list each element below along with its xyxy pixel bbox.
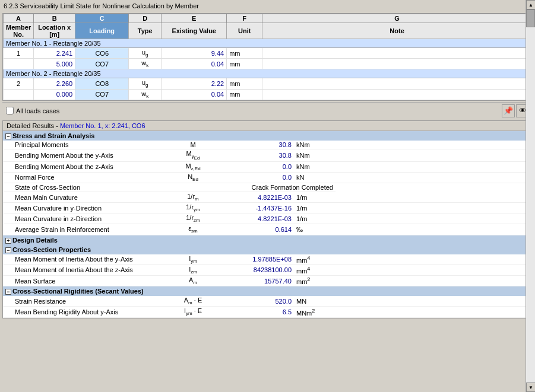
detail-row-symbol: Izm (163, 264, 223, 275)
detail-row-symbol: Iym (163, 254, 223, 265)
detail-row-unit: kN (294, 172, 335, 183)
detail-row-value: Crack Formation Completed (223, 183, 335, 192)
col-d-header: D (129, 14, 162, 23)
detail-row-note (335, 192, 532, 202)
col-b-header: B (34, 14, 75, 23)
detail-row[interactable]: Normal ForceNEd0.0kN (3, 172, 532, 183)
detail-row-value: 1.97885E+08 (223, 254, 294, 265)
detail-row-label: State of Cross-Section (3, 183, 163, 192)
expand-icon-3[interactable]: − (5, 289, 11, 295)
table-row[interactable]: 0.000CO7wk0.04mm (4, 89, 532, 100)
expand-icon-2[interactable]: − (5, 247, 11, 253)
detail-row-unit: 1/m (294, 213, 335, 224)
detail-row[interactable]: Mean Bending Rigidity About y-AxisIym · … (3, 307, 532, 317)
detail-row-symbol: εsm (163, 224, 223, 235)
section-label-0: −Stress and Strain Analysis (3, 131, 532, 141)
all-loads-checkbox[interactable] (6, 107, 14, 114)
cell-value: 0.04 (162, 89, 227, 100)
expand-icon-0[interactable]: − (5, 133, 11, 139)
col-a-header: A (4, 14, 34, 23)
detail-row-symbol: M (163, 141, 223, 149)
detail-row[interactable]: Bending Moment About the y-AxisMyEd30.8k… (3, 149, 532, 161)
detail-row-label: Mean Moment of Inertia About the y-Axis (3, 254, 163, 265)
cell-member-no: 1 (4, 48, 34, 59)
detail-row[interactable]: Mean SurfaceAm15757.40mm2 (3, 276, 532, 286)
cell-location: 5.000 (34, 59, 75, 69)
detail-row[interactable]: Average Strain in Reinforcementεsm0.614‰ (3, 224, 532, 235)
main-table: A B C D E F G Member No. Location x [m] … (3, 14, 532, 100)
cell-loading: CO7 (75, 59, 129, 69)
detail-row[interactable]: Strain ResistanceAm · E520.0MN (3, 296, 532, 307)
bottom-bar: All loads cases 📌 👁 (2, 102, 533, 119)
scrollbar[interactable]: ▲ ▼ (525, 131, 532, 318)
col-c-header: C (75, 14, 129, 23)
detail-table: −Stress and Strain AnalysisPrincipal Mom… (3, 131, 532, 318)
table-row[interactable]: 12.241CO6ug9.44mm (4, 48, 532, 59)
cell-type: wk (129, 89, 162, 100)
detail-row[interactable]: Mean Main Curvature1/rm4.8221E-031/m (3, 192, 532, 202)
group-header-0: Member No. 1 - Rectangle 20/35 (4, 39, 532, 48)
section-header-1: +Design Details (3, 235, 532, 245)
detail-row[interactable]: Mean Curvature in y-Direction1/rym-1.443… (3, 203, 532, 213)
detail-row-label: Mean Moment of Inertia About the z-Axis (3, 264, 163, 275)
col-f-header: F (227, 14, 262, 23)
group-label-1: Member No. 2 - Rectangle 20/35 (4, 69, 532, 78)
cell-location: 2.260 (34, 78, 75, 89)
page-title: 6.2.3 Serviceability Limit State for Non… (0, 0, 535, 12)
all-loads-label[interactable]: All loads cases (16, 107, 59, 114)
col-e-subheader: Existing Value (162, 23, 227, 39)
detail-row-label: Normal Force (3, 172, 163, 183)
detail-panel: Detailed Results - Member No. 1, x: 2.24… (2, 120, 533, 318)
detail-row-value: 4.8221E-03 (223, 192, 294, 202)
cell-value: 2.22 (162, 78, 227, 89)
detail-row-value: 30.8 (223, 141, 294, 149)
cell-note (262, 48, 532, 59)
detail-row[interactable]: Bending Moment About the z-AxisMz,Ed0.0k… (3, 161, 532, 172)
detail-row[interactable]: Mean Curvature in z-Direction1/rzm4.8221… (3, 213, 532, 224)
detail-row-value: -1.4437E-16 (223, 203, 294, 213)
expand-icon-1[interactable]: + (5, 238, 11, 244)
detail-row[interactable]: Mean Moment of Inertia About the y-AxisI… (3, 254, 532, 265)
detail-row-unit: kNm (294, 141, 335, 149)
detail-row-label: Average Strain in Reinforcement (3, 224, 163, 235)
detail-header: Detailed Results - Member No. 1, x: 2.24… (3, 121, 532, 131)
detail-row[interactable]: Mean Moment of Inertia About the z-AxisI… (3, 264, 532, 275)
detail-row-value: 520.0 (223, 296, 294, 307)
cell-type: ug (129, 48, 162, 59)
section-header-2: −Cross-Section Properties (3, 245, 532, 254)
cell-unit: mm (227, 78, 262, 89)
detail-row-value: 0.0 (223, 161, 294, 172)
cell-type: ug (129, 78, 162, 89)
col-g-subheader: Note (262, 23, 532, 39)
table-row[interactable]: 5.000CO7wk0.04mm (4, 59, 532, 69)
detail-row-symbol: Iym · E (163, 307, 223, 317)
detail-row[interactable]: Principal MomentsM30.8kNm (3, 141, 532, 149)
pin-button[interactable]: 📌 (502, 104, 515, 117)
table-row[interactable]: 22.260CO8ug2.22mm (4, 78, 532, 89)
detail-content: −Stress and Strain AnalysisPrincipal Mom… (3, 131, 532, 318)
cell-member-no: 2 (4, 78, 34, 89)
detail-row-value: 0.0 (223, 172, 294, 183)
cell-unit: mm (227, 89, 262, 100)
detail-row-value: 6.5 (223, 307, 294, 317)
cell-location: 2.241 (34, 48, 75, 59)
detail-row-label: Mean Bending Rigidity About y-Axis (3, 307, 163, 317)
cell-loading: CO6 (75, 48, 129, 59)
detail-row-note (335, 264, 532, 275)
detail-row-symbol: 1/rm (163, 192, 223, 202)
detail-row-symbol: Am · E (163, 296, 223, 307)
detail-row-label: Bending Moment About the y-Axis (3, 149, 163, 161)
cell-value: 0.04 (162, 59, 227, 69)
col-b-subheader: Location x [m] (34, 23, 75, 39)
col-e-header: E (162, 14, 227, 23)
detail-row-note (335, 172, 532, 183)
detail-row[interactable]: State of Cross-SectionCrack Formation Co… (3, 183, 532, 192)
detail-row-unit: 1/m (294, 192, 335, 202)
detail-row-note (335, 254, 532, 265)
col-f-subheader: Unit (227, 23, 262, 39)
detail-row-unit: mm2 (294, 276, 335, 286)
section-label-2: −Cross-Section Properties (3, 245, 532, 254)
cell-member-no (4, 59, 34, 69)
cell-note (262, 59, 532, 69)
detail-row-note (335, 224, 532, 235)
